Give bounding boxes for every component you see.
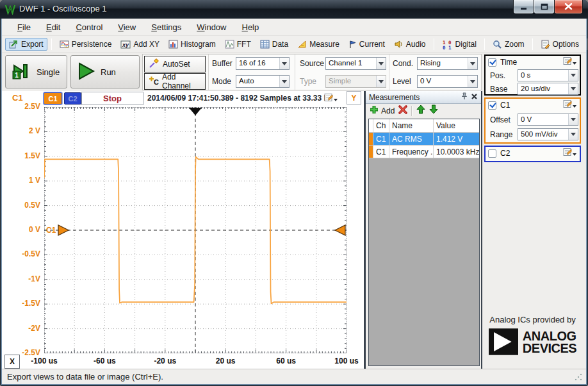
buffer-select[interactable]: 16 of 16 bbox=[236, 57, 290, 70]
menu-window[interactable]: Window bbox=[189, 20, 234, 35]
y-axis-button[interactable]: Y bbox=[347, 91, 361, 105]
y-axis-tick-label: -1.5V bbox=[2, 299, 40, 308]
pos-select[interactable]: 0 s bbox=[518, 69, 578, 81]
base-value: 20 us/div bbox=[518, 83, 568, 94]
svg-text:0 1: 0 1 bbox=[443, 44, 452, 49]
range-label: Range bbox=[490, 130, 512, 139]
menu-control[interactable]: Control bbox=[68, 20, 110, 35]
properties-menu-icon[interactable] bbox=[563, 56, 577, 68]
toolbar-separator bbox=[434, 38, 434, 50]
toolbar-zoom-button[interactable]: Zoom bbox=[489, 38, 528, 51]
time-checkbox[interactable] bbox=[488, 58, 496, 67]
toolbar-options-button[interactable]: Options bbox=[537, 38, 583, 51]
toolbar-export-button[interactable]: Export bbox=[5, 38, 47, 51]
svg-text:xy: xy bbox=[122, 42, 129, 48]
maximize-button[interactable] bbox=[534, 0, 555, 14]
c1-checkbox[interactable] bbox=[488, 101, 496, 110]
add-channel-button[interactable]: C Add Channel bbox=[144, 73, 206, 90]
offset-value: 0 V bbox=[518, 114, 568, 125]
tab-c2[interactable]: C2 bbox=[64, 92, 81, 105]
properties-menu-icon[interactable] bbox=[563, 147, 577, 159]
menu-settings[interactable]: Settings bbox=[143, 20, 189, 35]
pos-label: Pos. bbox=[490, 71, 505, 80]
c1-group: C1 Offset 0 V Range 500 mV/div bbox=[484, 97, 581, 144]
mode-select[interactable]: Auto bbox=[236, 75, 290, 88]
measurement-value: 10.0003 kHz bbox=[433, 146, 479, 158]
single-button[interactable]: 1 Single bbox=[5, 55, 67, 88]
toolbar-data-button[interactable]: Data bbox=[256, 38, 292, 51]
measurements-toolbar: Add bbox=[366, 103, 481, 118]
move-down-button[interactable] bbox=[429, 105, 438, 117]
panel-close-icon[interactable] bbox=[471, 93, 478, 102]
toolbar-fft-button[interactable]: FFT bbox=[221, 38, 255, 51]
toolbar-current-button[interactable]: Current bbox=[345, 38, 389, 51]
tab-c1[interactable]: C1 bbox=[44, 92, 62, 105]
single-label: Single bbox=[37, 67, 60, 77]
cond-select[interactable]: Rising bbox=[417, 57, 478, 70]
menu-view[interactable]: View bbox=[110, 20, 143, 35]
chevron-down-icon bbox=[376, 76, 386, 87]
base-select[interactable]: 20 us/div bbox=[518, 83, 578, 95]
toolbar-audio-button[interactable]: Audio bbox=[390, 38, 430, 51]
autoset-icon bbox=[149, 58, 159, 71]
c2-checkbox[interactable] bbox=[488, 149, 496, 158]
close-window-icon bbox=[564, 1, 573, 13]
minimize-icon bbox=[520, 1, 528, 13]
toolbar-label: Options bbox=[553, 40, 579, 49]
toolbar-persistence-button[interactable]: Persistence bbox=[56, 38, 116, 51]
toolbar-label: Current bbox=[359, 40, 385, 49]
menu-edit[interactable]: Edit bbox=[38, 20, 68, 35]
autoset-button[interactable]: AutoSet bbox=[144, 56, 206, 72]
y-axis-tick-label: 0.5V bbox=[2, 201, 40, 210]
minimize-button[interactable] bbox=[513, 0, 534, 14]
measurement-row[interactable]: C1AC RMS1.412 V bbox=[369, 133, 479, 146]
column-name: Name bbox=[389, 119, 433, 132]
toolbar-separator bbox=[532, 38, 533, 50]
measurement-ch: C1 bbox=[373, 146, 389, 158]
pin-icon[interactable] bbox=[461, 92, 468, 102]
menu-file[interactable]: File bbox=[10, 20, 38, 35]
close-button[interactable] bbox=[554, 0, 583, 14]
cond-value: Rising bbox=[418, 58, 468, 69]
oscilloscope-plot[interactable]: C1 bbox=[44, 107, 347, 353]
add-channel-label: Add Channel bbox=[162, 72, 205, 90]
maximize-icon bbox=[541, 1, 548, 13]
histogram-icon bbox=[168, 40, 178, 49]
svg-text:1: 1 bbox=[15, 72, 19, 79]
chevron-down-icon bbox=[376, 58, 386, 69]
buffer-value: 16 of 16 bbox=[236, 58, 279, 69]
toolbar-measure-button[interactable]: Measure bbox=[293, 38, 343, 51]
panel-separator bbox=[295, 55, 295, 90]
trigger-level-marker[interactable] bbox=[335, 225, 345, 235]
run-button[interactable]: Run bbox=[70, 55, 140, 88]
toolbar-label: Audio bbox=[406, 40, 426, 49]
resize-grip[interactable] bbox=[574, 373, 583, 382]
x-axis-tick-label: -100 us bbox=[22, 357, 67, 365]
title-bar[interactable]: DWF 1 - Oscilloscope 1 bbox=[0, 0, 588, 19]
range-select[interactable]: 500 mV/div bbox=[518, 128, 578, 140]
trigger-position-marker[interactable] bbox=[189, 108, 202, 115]
c2-group-label: C2 bbox=[500, 149, 559, 158]
properties-menu-icon[interactable] bbox=[563, 99, 577, 111]
toolbar-add-xy-button[interactable]: xyAdd XY bbox=[117, 38, 163, 51]
toolbar-digital-button[interactable]: 1 00 1Digital bbox=[438, 38, 480, 51]
plot-options-icon[interactable] bbox=[324, 93, 338, 105]
move-up-button[interactable] bbox=[416, 105, 425, 117]
single-icon: 1 bbox=[11, 61, 31, 83]
measurement-row[interactable]: C1Frequency ...10.0003 kHz bbox=[369, 146, 479, 158]
offset-select[interactable]: 0 V bbox=[518, 113, 578, 126]
x-axis-tick-label: 100 us bbox=[324, 357, 369, 365]
measurements-header-row: Ch Name Value bbox=[369, 119, 479, 133]
x-axis-tick-label: -60 us bbox=[82, 357, 127, 365]
add-measurement-button[interactable]: Add bbox=[370, 105, 395, 116]
splitter[interactable] bbox=[481, 91, 482, 369]
level-select[interactable]: 0 V bbox=[417, 75, 478, 88]
measurements-table: Ch Name Value C1AC RMS1.412 VC1Frequency… bbox=[368, 119, 480, 366]
column-value: Value bbox=[433, 119, 479, 132]
toolbar-histogram-button[interactable]: Histogram bbox=[165, 38, 220, 51]
delete-measurement-button[interactable] bbox=[398, 105, 407, 117]
c1-offset-marker[interactable] bbox=[58, 225, 69, 235]
source-select[interactable]: Channel 1 bbox=[325, 57, 386, 70]
toolbar-label: Digital bbox=[455, 40, 477, 49]
menu-help[interactable]: Help bbox=[234, 20, 266, 35]
